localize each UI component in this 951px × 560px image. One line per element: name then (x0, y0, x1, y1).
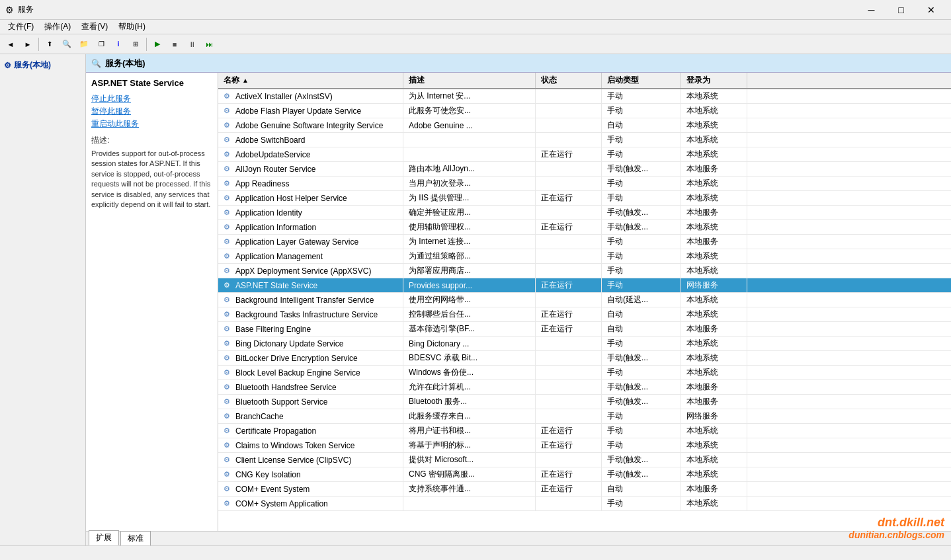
table-row[interactable]: ⚙COM+ System Application手动本地系统 (218, 497, 951, 511)
table-row[interactable]: ⚙App Readiness当用户初次登录...手动本地系统 (218, 177, 951, 191)
table-row[interactable]: ⚙ASP.NET State ServiceProvides suppor...… (218, 278, 951, 293)
cell-startup: 自动(延迟... (602, 293, 681, 307)
cell-login: 本地系统 (681, 424, 747, 438)
tab-extended[interactable]: 扩展 (89, 530, 119, 545)
col-name[interactable]: 名称 ▲ (218, 73, 403, 88)
table-row[interactable]: ⚙Block Level Backup Engine ServiceWindow… (218, 366, 951, 380)
table-row[interactable]: ⚙Bing Dictonary Update ServiceBing Dicto… (218, 337, 951, 351)
cell-desc: 为从 Internet 安... (403, 89, 536, 103)
table-row[interactable]: ⚙Application Host Helper Service为 IIS 提供… (218, 191, 951, 206)
table-row[interactable]: ⚙Base Filtering Engine基本筛选引擎(BF...正在运行自动… (218, 322, 951, 337)
cell-desc: 路由本地 AllJoyn... (403, 162, 536, 176)
cell-name-text: Application Layer Gateway Service (235, 237, 358, 247)
restart-service-link[interactable]: 重启动此服务 (91, 118, 212, 130)
up-button[interactable]: ⬆ (42, 37, 58, 52)
folder-button[interactable]: 📁 (76, 37, 92, 52)
copy-button[interactable]: ❐ (93, 37, 109, 52)
cell-status (536, 89, 602, 103)
menu-file[interactable]: 文件(F) (3, 20, 39, 34)
table-row[interactable]: ⚙Certificate Propagation将用户证书和根...正在运行手动… (218, 424, 951, 438)
close-button[interactable]: ✕ (916, 0, 946, 20)
col-desc[interactable]: 描述 (403, 73, 536, 88)
table-row[interactable]: ⚙COM+ Event System支持系统事件通...正在运行自动本地服务 (218, 482, 951, 497)
cell-login: 本地系统 (681, 438, 747, 452)
table-row[interactable]: ⚙Adobe Flash Player Update Service此服务可使您… (218, 104, 951, 118)
stop-button[interactable]: ■ (167, 37, 183, 52)
cell-name: ⚙Block Level Backup Engine Service (218, 366, 403, 380)
table-row[interactable]: ⚙Bluetooth Handsfree Service允许在此计算机...手动… (218, 380, 951, 395)
table-row[interactable]: ⚙CNG Key IsolationCNG 密钥隔离服...正在运行手动(触发.… (218, 467, 951, 482)
bottom-tabs: 扩展 标准 (86, 531, 951, 545)
cell-desc: 当用户初次登录... (403, 177, 536, 190)
table-row[interactable]: ⚙Claims to Windows Token Service将基于声明的标.… (218, 438, 951, 453)
cell-login: 本地服务 (681, 322, 747, 336)
cell-startup: 手动(触发... (602, 453, 681, 467)
forward-button[interactable]: ► (20, 37, 36, 52)
table-row[interactable]: ⚙Bluetooth Support ServiceBluetooth 服务..… (218, 395, 951, 409)
table-row[interactable]: ⚙Background Tasks Infrastructure Service… (218, 307, 951, 322)
table-row[interactable]: ⚙AppX Deployment Service (AppXSVC)为部署应用商… (218, 264, 951, 278)
maximize-button[interactable]: □ (886, 0, 916, 20)
col-status[interactable]: 状态 (536, 73, 602, 88)
console-button[interactable]: i (110, 37, 126, 52)
service-icon: ⚙ (224, 339, 233, 348)
cell-desc: 提供对 Microsoft... (403, 453, 536, 467)
cell-login: 本地系统 (681, 220, 747, 234)
cell-startup: 自动 (602, 482, 681, 496)
table-row[interactable]: ⚙Background Intelligent Transfer Service… (218, 293, 951, 307)
cell-desc: Provides suppor... (403, 278, 536, 292)
menu-help[interactable]: 帮助(H) (113, 20, 151, 34)
table-row[interactable]: ⚙Application Management为通过组策略部...手动本地系统 (218, 249, 951, 264)
table-body[interactable]: ⚙ActiveX Installer (AxInstSV)为从 Internet… (218, 89, 951, 531)
cell-name: ⚙App Readiness (218, 177, 403, 190)
table-row[interactable]: ⚙BranchCache此服务缓存来自...手动网络服务 (218, 409, 951, 424)
cell-desc (403, 133, 536, 147)
table-row[interactable]: ⚙AdobeUpdateService正在运行手动本地系统 (218, 147, 951, 162)
content-header-title: 服务(本地) (105, 58, 145, 69)
menu-view[interactable]: 查看(V) (76, 20, 113, 34)
table-row[interactable]: ⚙BitLocker Drive Encryption ServiceBDESV… (218, 351, 951, 366)
table-row[interactable]: ⚙ActiveX Installer (AxInstSV)为从 Internet… (218, 89, 951, 104)
cell-name: ⚙AppX Deployment Service (AppXSVC) (218, 264, 403, 278)
table-row[interactable]: ⚙Application Layer Gateway Service为 Inte… (218, 235, 951, 249)
tab-standard[interactable]: 标准 (120, 531, 151, 545)
cell-startup: 手动 (602, 438, 681, 452)
table-row[interactable]: ⚙Client License Service (ClipSVC)提供对 Mic… (218, 453, 951, 467)
col-login[interactable]: 登录为 (681, 73, 747, 88)
cell-status: 正在运行 (536, 482, 602, 496)
table-row[interactable]: ⚙AllJoyn Router Service路由本地 AllJoyn...手动… (218, 162, 951, 177)
search-button[interactable]: 🔍 (59, 37, 75, 52)
cell-name-text: Claims to Windows Token Service (235, 441, 355, 450)
menu-action[interactable]: 操作(A) (39, 20, 76, 34)
nav-panel-title[interactable]: ⚙ 服务(本地) (3, 57, 83, 73)
service-icon: ⚙ (224, 92, 233, 101)
cell-startup: 手动(触发... (602, 162, 681, 176)
export-button[interactable]: ⊞ (128, 37, 144, 52)
minimize-button[interactable]: ─ (856, 0, 886, 20)
table-row[interactable]: ⚙Adobe SwitchBoard手动本地系统 (218, 133, 951, 147)
pause-button[interactable]: ⏸ (184, 37, 200, 52)
cell-desc: 将基于声明的标... (403, 438, 536, 452)
play-button[interactable]: ▶ (149, 37, 165, 52)
cell-name-text: Base Filtering Engine (235, 325, 311, 334)
cell-name-text: Bluetooth Support Service (235, 397, 327, 407)
cell-name-text: Adobe SwitchBoard (235, 136, 305, 145)
cell-name: ⚙AdobeUpdateService (218, 147, 403, 161)
cell-name-text: Client License Service (ClipSVC) (235, 456, 351, 465)
cell-name-text: App Readiness (235, 179, 289, 188)
cell-status (536, 497, 602, 510)
cell-login: 本地服务 (681, 162, 747, 176)
service-icon: ⚙ (224, 426, 233, 436)
table-row[interactable]: ⚙Adobe Genuine Software Integrity Servic… (218, 118, 951, 133)
service-icon: ⚙ (224, 296, 233, 305)
cell-login: 本地服务 (681, 482, 747, 496)
stop-service-link[interactable]: 停止此服务 (91, 93, 212, 104)
cell-desc: BDESVC 承载 Bit... (403, 351, 536, 365)
cell-name-text: Adobe Genuine Software Integrity Service (235, 121, 383, 130)
pause-service-link[interactable]: 暂停此服务 (91, 106, 212, 117)
table-row[interactable]: ⚙Application Information使用辅助管理权...正在运行手动… (218, 220, 951, 235)
back-button[interactable]: ◄ (3, 37, 19, 52)
table-row[interactable]: ⚙Application Identity确定并验证应用...手动(触发...本… (218, 206, 951, 220)
restart-button[interactable]: ⏭ (201, 37, 217, 52)
col-startup[interactable]: 启动类型 (602, 73, 681, 88)
